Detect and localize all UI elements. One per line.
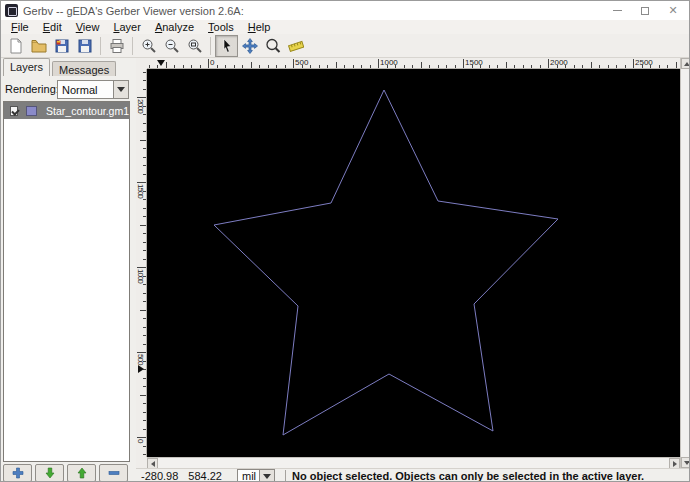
arrow-down-icon: [44, 467, 56, 479]
rendering-dropdown-button[interactable]: [113, 81, 128, 98]
ruler-tick: [166, 62, 167, 68]
ruler-tick: [395, 65, 396, 68]
zoom-fit-button[interactable]: [183, 35, 206, 57]
ruler-label: 500: [136, 354, 145, 364]
ruler-tick: [497, 65, 498, 68]
rendering-select[interactable]: Normal: [57, 80, 129, 99]
ruler-tick: [659, 65, 660, 68]
ruler-tick: [378, 59, 379, 68]
ruler-tick: [143, 242, 146, 243]
minimize-button[interactable]: [603, 1, 631, 20]
toolbar-separator: [210, 37, 211, 55]
open-file-button[interactable]: [27, 35, 50, 57]
star-contour-outline: [147, 69, 680, 457]
pan-tool-button[interactable]: [238, 35, 261, 57]
cursor-coordinates: -280.98 584.22: [141, 470, 229, 482]
horizontal-scrollbar[interactable]: [147, 457, 680, 468]
tab-layers[interactable]: Layers: [3, 58, 50, 76]
ruler-tick: [143, 412, 146, 413]
close-button[interactable]: ✕: [659, 1, 687, 20]
ruler-tick: [143, 454, 146, 455]
triangle-right-icon: [673, 461, 677, 467]
scroll-down-button[interactable]: [681, 457, 690, 468]
menu-layer[interactable]: Layer: [106, 21, 148, 33]
scroll-up-button[interactable]: [681, 58, 690, 69]
units-dropdown-button[interactable]: [259, 470, 274, 482]
measure-tool-button[interactable]: [284, 35, 307, 57]
remove-layer-button[interactable]: [99, 464, 128, 482]
layer-sidebar: Layers Messages Rendering: Normal Star_c…: [1, 58, 132, 482]
menu-help[interactable]: Help: [241, 21, 278, 33]
ruler-label: 0: [136, 439, 145, 442]
ruler-tick: [143, 165, 146, 166]
zoom-out-button[interactable]: [160, 35, 183, 57]
zoom-tool-button[interactable]: [261, 35, 284, 57]
ruler-tick: [259, 65, 260, 68]
menu-bar: File Edit View Layer Analyze Tools Help: [1, 20, 689, 34]
print-button[interactable]: [105, 35, 128, 57]
ruler-tick: [143, 131, 146, 132]
menu-edit[interactable]: Edit: [36, 21, 69, 33]
ruler-tick: [208, 59, 209, 68]
gerber-canvas[interactable]: [147, 69, 680, 457]
menu-analyze[interactable]: Analyze: [148, 21, 201, 33]
zoom-in-icon: [141, 38, 157, 54]
menu-tools[interactable]: Tools: [201, 21, 241, 33]
ruler-tick: [412, 65, 413, 68]
measure-icon: [288, 38, 304, 54]
ruler-tick: [143, 191, 146, 192]
menu-view[interactable]: View: [69, 21, 107, 33]
ruler-tick: [183, 65, 184, 68]
app-icon: [5, 4, 18, 17]
coordinate-x: -280.98: [141, 470, 178, 482]
ruler-tick: [143, 80, 146, 81]
menu-file[interactable]: File: [4, 21, 36, 33]
ruler-tick: [217, 65, 218, 68]
ruler-tick: [489, 65, 490, 68]
ruler-tick: [143, 276, 146, 277]
ruler-tick: [523, 65, 524, 68]
ruler-tick: [480, 65, 481, 68]
pointer-tool-button[interactable]: [215, 35, 238, 57]
save-as-button[interactable]: [73, 35, 96, 57]
layer-visibility-checkbox[interactable]: [10, 106, 18, 116]
layer-row[interactable]: Star_contour.gm1: [4, 102, 129, 119]
maximize-button[interactable]: [631, 1, 659, 20]
ruler-tick: [137, 267, 146, 268]
ruler-tick: [463, 59, 464, 68]
vertical-scrollbar[interactable]: [680, 58, 690, 468]
ruler-tick: [591, 62, 592, 68]
ruler-position-marker: [157, 60, 165, 66]
ruler-tick: [143, 216, 146, 217]
ruler-tick: [667, 65, 668, 68]
tab-messages[interactable]: Messages: [52, 61, 116, 76]
arrow-up-icon: [76, 467, 88, 479]
layer-name: Star_contour.gm1: [46, 105, 129, 117]
rendering-row: Rendering: Normal: [1, 77, 132, 101]
ruler-tick: [421, 62, 422, 68]
ruler-tick: [143, 106, 146, 107]
ruler-tick: [370, 65, 371, 68]
move-layer-up-button[interactable]: [67, 464, 96, 482]
add-layer-button[interactable]: [3, 464, 32, 482]
ruler-tick: [633, 59, 634, 68]
ruler-tick: [616, 65, 617, 68]
ruler-tick: [143, 72, 146, 73]
tool-bar: [1, 34, 689, 58]
ruler-tick: [143, 250, 146, 251]
units-select[interactable]: mil: [237, 469, 275, 482]
layer-color-swatch[interactable]: [26, 106, 37, 116]
ruler-tick: [200, 65, 201, 68]
new-file-button[interactable]: [4, 35, 27, 57]
ruler-position-marker: [138, 365, 144, 373]
save-button[interactable]: [50, 35, 73, 57]
maximize-icon: [641, 7, 649, 15]
ruler-tick: [174, 65, 175, 68]
ruler-tick: [557, 65, 558, 68]
units-value: mil: [238, 470, 259, 482]
ruler-tick: [582, 65, 583, 68]
zoom-in-button[interactable]: [137, 35, 160, 57]
ruler-tick: [438, 65, 439, 68]
triangle-left-icon: [151, 461, 155, 467]
move-layer-down-button[interactable]: [35, 464, 64, 482]
